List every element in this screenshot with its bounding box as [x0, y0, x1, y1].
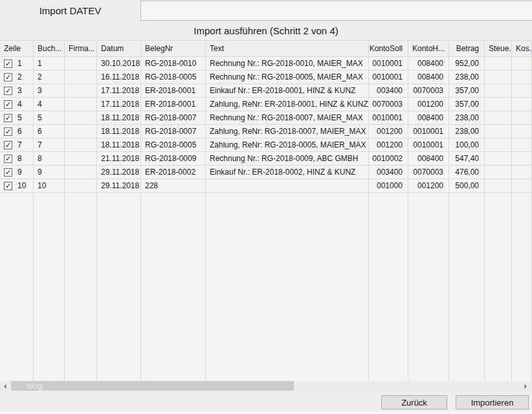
cell-kosten[interactable] [512, 57, 532, 70]
cell-kontohaben[interactable]: 0010001 [408, 125, 449, 138]
cell-betrag[interactable]: 500,00 [449, 179, 485, 192]
cell-buchung[interactable]: 5 [34, 111, 65, 124]
tab-import-datev[interactable]: Import DATEV [0, 0, 140, 21]
cell-kontosoll[interactable]: 0010002 [369, 152, 408, 165]
cell-belegnr[interactable]: RG-2018-0007 [141, 125, 206, 138]
cell-text[interactable]: Zahlung, ReNr: RG-2018-0007, MAIER_MAX [206, 125, 369, 138]
scroll-left-arrow-icon[interactable]: ‹ [0, 381, 11, 391]
column-header-text[interactable]: Text [206, 41, 369, 56]
cell-kontosoll[interactable]: 001200 [369, 138, 408, 151]
cell-zeile[interactable]: ✓ 4 [0, 98, 34, 111]
cell-betrag[interactable]: 357,00 [449, 84, 485, 97]
cell-zeile[interactable]: ✓ 5 [0, 111, 34, 124]
row-checkbox-checked-icon[interactable]: ✓ [4, 141, 12, 149]
cell-betrag[interactable]: 238,00 [449, 71, 485, 83]
cell-steuer[interactable] [485, 152, 512, 165]
cell-kontohaben[interactable]: 0070003 [408, 84, 449, 97]
column-header-zeile[interactable]: Zeile [0, 41, 34, 56]
cell-belegnr[interactable]: ER-2018-0002 [141, 166, 206, 179]
cell-kontosoll[interactable]: 0070003 [369, 98, 408, 111]
cell-betrag[interactable]: 952,00 [449, 57, 485, 70]
cell-zeile[interactable]: ✓ 9 [0, 166, 34, 179]
cell-kontosoll[interactable]: 0010001 [369, 71, 408, 83]
cell-steuer[interactable] [485, 125, 512, 138]
cell-text[interactable]: Rechnung Nr.: RG-2018-0009, ABC GMBH [206, 152, 369, 165]
cell-datum[interactable]: 29.11.2018 [97, 179, 141, 192]
cell-kosten[interactable] [512, 166, 532, 179]
scroll-right-arrow-icon[interactable]: › [520, 381, 531, 391]
cell-kosten[interactable] [512, 125, 532, 138]
cell-buchung[interactable]: 2 [34, 71, 65, 83]
table-row[interactable]: ✓ 7 7 18.11.2018 RG-2018-0005 Zahlung, R… [0, 138, 532, 152]
cell-belegnr[interactable]: RG-2018-0010 [141, 57, 206, 70]
cell-kontohaben[interactable]: 008400 [408, 71, 449, 83]
cell-text[interactable] [206, 179, 369, 192]
cell-firma[interactable] [65, 111, 97, 124]
cell-firma[interactable] [65, 125, 97, 138]
cell-kosten[interactable] [512, 152, 532, 165]
cell-kontosoll[interactable]: 001200 [369, 125, 408, 138]
cell-belegnr[interactable]: RG-2018-0005 [141, 138, 206, 151]
column-header-kontosoll[interactable]: KontoSoll [369, 41, 408, 56]
cell-zeile[interactable]: ✓ 2 [0, 71, 34, 83]
cell-buchung[interactable]: 6 [34, 125, 65, 138]
row-checkbox-checked-icon[interactable]: ✓ [4, 87, 12, 95]
cell-belegnr[interactable]: RG-2018-0009 [141, 152, 206, 165]
cell-buchung[interactable]: 4 [34, 98, 65, 111]
cell-zeile[interactable]: ✓ 1 [0, 57, 34, 70]
row-checkbox-checked-icon[interactable]: ✓ [4, 168, 12, 177]
cell-betrag[interactable]: 238,00 [449, 125, 485, 138]
cell-buchung[interactable]: 9 [34, 166, 65, 179]
cell-steuer[interactable] [485, 138, 512, 151]
cell-steuer[interactable] [485, 179, 512, 192]
cell-steuer[interactable] [485, 84, 512, 97]
cell-belegnr[interactable]: 228 [141, 179, 206, 192]
cell-kontohaben[interactable]: 008400 [408, 152, 449, 165]
row-checkbox-checked-icon[interactable]: ✓ [4, 100, 12, 109]
cell-buchung[interactable]: 10 [34, 179, 65, 192]
column-header-belegnr[interactable]: BelegNr [141, 41, 206, 56]
cell-zeile[interactable]: ✓ 3 [0, 84, 34, 97]
column-header-buchung[interactable]: Buch... [34, 41, 65, 56]
cell-kosten[interactable] [512, 71, 532, 83]
cell-kosten[interactable] [512, 179, 532, 192]
column-header-datum[interactable]: Datum [97, 41, 141, 56]
table-row[interactable]: ✓ 8 8 21.11.2018 RG-2018-0009 Rechnung N… [0, 152, 532, 166]
cell-firma[interactable] [65, 57, 97, 70]
row-checkbox-checked-icon[interactable]: ✓ [4, 155, 12, 163]
cell-text[interactable]: Rechnung Nr.: RG-2018-0005, MAIER_MAX [206, 71, 369, 83]
cell-belegnr[interactable]: ER-2018-0001 [141, 84, 206, 97]
cell-belegnr[interactable]: RG-2018-0005 [141, 71, 206, 83]
horizontal-scrollbar[interactable]: ‹ blog › [0, 381, 532, 391]
cell-datum[interactable]: 30.10.2018 [97, 57, 141, 70]
cell-belegnr[interactable]: RG-2018-0007 [141, 111, 206, 124]
cell-datum[interactable]: 29.11.2018 [97, 166, 141, 179]
cell-datum[interactable]: 18.11.2018 [97, 138, 141, 151]
cell-zeile[interactable]: ✓ 8 [0, 152, 34, 165]
cell-kontosoll[interactable]: 003400 [369, 84, 408, 97]
cell-kontohaben[interactable]: 0070003 [408, 166, 449, 179]
scrollbar-thumb[interactable]: blog [11, 381, 294, 391]
cell-zeile[interactable]: ✓ 6 [0, 125, 34, 138]
cell-steuer[interactable] [485, 98, 512, 111]
column-header-kosten[interactable]: Kos... [512, 41, 532, 56]
cell-firma[interactable] [65, 166, 97, 179]
cell-steuer[interactable] [485, 57, 512, 70]
table-row[interactable]: ✓ 6 6 18.11.2018 RG-2018-0007 Zahlung, R… [0, 125, 532, 138]
cell-betrag[interactable]: 547,40 [449, 152, 485, 165]
cell-zeile[interactable]: ✓ 7 [0, 138, 34, 151]
cell-kosten[interactable] [512, 138, 532, 151]
cell-kontohaben[interactable]: 008400 [408, 111, 449, 124]
cell-firma[interactable] [65, 98, 97, 111]
cell-steuer[interactable] [485, 111, 512, 124]
cell-buchung[interactable]: 8 [34, 152, 65, 165]
cell-steuer[interactable] [485, 166, 512, 179]
cell-firma[interactable] [65, 84, 97, 97]
cell-betrag[interactable]: 357,00 [449, 98, 485, 111]
cell-firma[interactable] [65, 179, 97, 192]
cell-kosten[interactable] [512, 84, 532, 97]
cell-text[interactable]: Einkauf Nr.: ER-2018-0001, HINZ & KUNZ [206, 84, 369, 97]
cell-firma[interactable] [65, 138, 97, 151]
cell-datum[interactable]: 21.11.2018 [97, 152, 141, 165]
row-checkbox-checked-icon[interactable]: ✓ [4, 114, 12, 122]
